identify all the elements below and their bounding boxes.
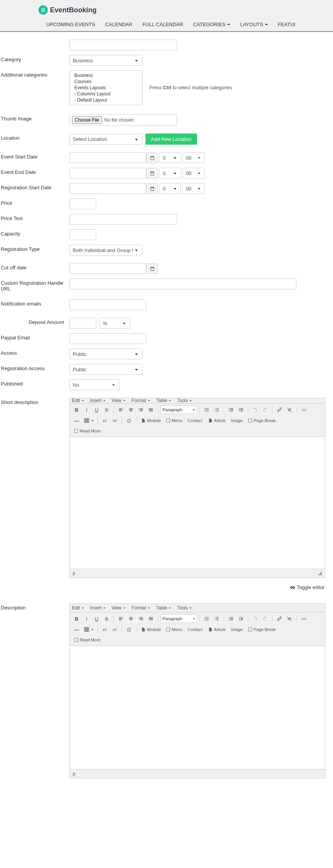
article-button[interactable]: Article <box>206 416 228 425</box>
align-right-button[interactable] <box>136 614 146 623</box>
choose-file-button[interactable]: Choose File <box>72 116 102 124</box>
align-center-button[interactable] <box>126 614 136 623</box>
option[interactable]: Business <box>70 72 142 78</box>
title-input[interactable] <box>69 40 177 50</box>
special-char-button[interactable]: Ω <box>124 416 134 425</box>
menu-format[interactable]: Format <box>132 398 150 403</box>
italic-button[interactable]: I <box>82 405 91 414</box>
add-location-button[interactable]: Add New Location <box>146 134 197 145</box>
price-input[interactable] <box>69 199 96 209</box>
menu-edit[interactable]: Edit <box>72 398 84 403</box>
italic-button[interactable]: I <box>82 614 91 623</box>
align-left-button[interactable] <box>116 405 126 414</box>
redo-button[interactable] <box>261 405 270 414</box>
bold-button[interactable]: B <box>72 405 81 414</box>
indent-button[interactable] <box>236 405 246 414</box>
underline-button[interactable]: U <box>92 614 101 623</box>
option[interactable]: Events Layouts <box>70 85 142 91</box>
custom-url-input[interactable] <box>69 279 296 289</box>
underline-button[interactable]: U <box>92 405 101 414</box>
hr-button[interactable]: ― <box>72 416 81 425</box>
menu-insert[interactable]: Insert <box>90 398 105 403</box>
toggle-editor-link[interactable]: Toggle editor <box>297 585 325 590</box>
strike-button[interactable]: S <box>102 405 111 414</box>
link-button[interactable] <box>275 405 284 414</box>
menu-tools[interactable]: Tools <box>177 605 192 611</box>
end-hour-select[interactable]: 0 <box>159 168 181 179</box>
code-button[interactable]: <> <box>299 405 308 414</box>
reg-start-date-input[interactable] <box>69 183 146 194</box>
undo-button[interactable] <box>251 405 260 414</box>
deposit-amount-input[interactable] <box>69 318 96 329</box>
readmore-button[interactable]: Read More <box>72 427 103 435</box>
align-right-button[interactable] <box>136 405 146 414</box>
nav-categories[interactable]: CATEGORIES <box>193 22 230 27</box>
subscript-button[interactable]: x2 <box>100 625 109 634</box>
unlink-button[interactable] <box>285 614 294 623</box>
paragraph-select[interactable]: Paragraph <box>161 614 197 623</box>
capacity-input[interactable] <box>69 229 96 240</box>
hr-button[interactable]: ― <box>72 625 81 634</box>
access-select[interactable]: Public <box>69 349 142 359</box>
menu-table[interactable]: Table <box>156 605 171 611</box>
table-button[interactable] <box>82 625 91 634</box>
readmore-button[interactable]: Read More <box>72 636 103 644</box>
cutoff-date-input[interactable] <box>69 263 146 274</box>
contact-button[interactable]: Contact <box>186 625 205 634</box>
module-button[interactable]: Module <box>139 625 163 634</box>
bullet-list-button[interactable] <box>202 614 211 623</box>
special-char-button[interactable]: Ω <box>124 625 134 634</box>
number-list-button[interactable]: 123 <box>212 614 221 623</box>
start-min-select[interactable]: 00 <box>182 152 205 163</box>
pagebreak-button[interactable]: Page Break <box>246 416 278 425</box>
calendar-button[interactable] <box>146 168 158 179</box>
number-list-button[interactable]: 123 <box>212 405 221 414</box>
code-button[interactable]: <> <box>299 614 308 623</box>
unlink-button[interactable] <box>285 405 294 414</box>
menu-button[interactable]: Menu <box>164 416 185 425</box>
outdent-button[interactable] <box>226 405 236 414</box>
align-justify-button[interactable] <box>146 614 156 623</box>
bold-button[interactable]: B <box>72 614 81 623</box>
menu-insert[interactable]: Insert <box>90 605 105 611</box>
deposit-unit-select[interactable]: % <box>99 318 130 329</box>
menu-table[interactable]: Table <box>156 398 171 403</box>
reg-access-select[interactable]: Public <box>69 364 142 375</box>
nav-calendar[interactable]: CALENDAR <box>105 22 132 27</box>
bullet-list-button[interactable] <box>202 405 211 414</box>
option[interactable]: Courses <box>70 78 142 85</box>
option[interactable]: - Default Layout <box>70 97 142 103</box>
menu-format[interactable]: Format <box>132 605 150 611</box>
reg-min-select[interactable]: 00 <box>182 183 205 194</box>
nav-upcoming[interactable]: UPCOMING EVENTS <box>46 22 95 27</box>
editor-body[interactable] <box>70 646 325 769</box>
end-min-select[interactable]: 00 <box>182 168 205 179</box>
price-text-input[interactable] <box>69 214 177 225</box>
align-justify-button[interactable] <box>146 405 156 414</box>
superscript-button[interactable]: x2 <box>110 416 119 425</box>
menu-edit[interactable]: Edit <box>72 605 84 611</box>
reg-hour-select[interactable]: 0 <box>159 183 181 194</box>
article-button[interactable]: Article <box>206 625 228 634</box>
event-end-date-input[interactable] <box>69 168 146 179</box>
align-left-button[interactable] <box>116 614 126 623</box>
nav-layouts[interactable]: LAYOUTS <box>240 22 268 27</box>
category-select[interactable]: Business <box>69 55 142 66</box>
editor-body[interactable] <box>70 437 325 569</box>
superscript-button[interactable]: x2 <box>110 625 119 634</box>
calendar-button[interactable] <box>146 152 158 163</box>
published-select[interactable]: No <box>69 379 119 390</box>
menu-view[interactable]: View <box>112 398 126 403</box>
subscript-button[interactable]: x2 <box>100 416 109 425</box>
menu-view[interactable]: View <box>112 605 126 611</box>
nav-featured[interactable]: FEATUI <box>278 22 295 27</box>
paypal-input[interactable] <box>69 333 146 344</box>
reg-type-select[interactable]: Both Individual and Group Registration <box>69 245 142 255</box>
location-select[interactable]: Select Location <box>69 134 142 145</box>
image-button[interactable]: Image <box>229 416 245 425</box>
menu-tools[interactable]: Tools <box>177 398 192 403</box>
pagebreak-button[interactable]: Page Break <box>246 625 278 634</box>
resize-handle[interactable] <box>318 571 322 575</box>
align-center-button[interactable] <box>126 405 136 414</box>
contact-button[interactable]: Contact <box>186 416 205 425</box>
